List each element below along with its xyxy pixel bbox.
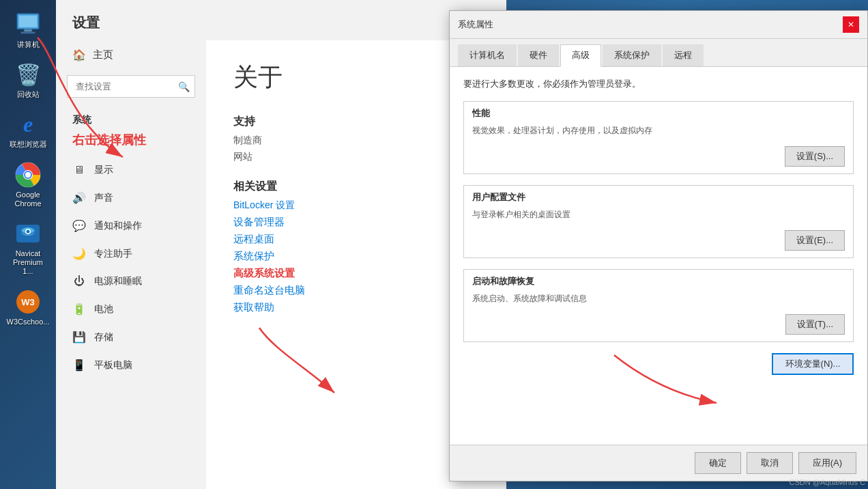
user-profiles-content: 与登录帐户相关的桌面设置: [464, 206, 853, 226]
user-profiles-section: 用户配置文件 与登录帐户相关的桌面设置 设置(E)...: [463, 185, 854, 258]
related-title: 相关设置: [233, 180, 479, 194]
tab-advanced[interactable]: 高级: [560, 44, 601, 67]
manufacturer-item: 制造商: [233, 135, 479, 147]
user-profiles-btn-area: 设置(E)...: [464, 226, 853, 257]
nav-item-storage-label: 存储: [94, 331, 113, 344]
nav-item-notification-label: 通知和操作: [94, 220, 142, 232]
nav-item-battery-label: 电池: [94, 303, 113, 316]
system-protection-link[interactable]: 系统保护: [233, 250, 479, 263]
nav-item-sound[interactable]: 🔊 声音: [56, 184, 206, 212]
focus-icon: 🌙: [72, 247, 86, 260]
remote-desktop-link[interactable]: 远程桌面: [233, 233, 479, 246]
browser-icon-label: 联想浏览器: [10, 140, 47, 149]
nav-item-display[interactable]: 🖥 显示: [56, 156, 206, 184]
desktop-icon-browser[interactable]: e 联想浏览器: [4, 107, 52, 153]
nav-item-tablet[interactable]: 📱 平板电脑: [56, 351, 206, 379]
browser-icon: e: [14, 111, 42, 138]
search-input[interactable]: [67, 75, 195, 98]
desktop-icon-computer[interactable]: 讲算机: [4, 7, 52, 53]
desktop-icon-w3cschool[interactable]: W3 W3Cschoo...: [4, 284, 52, 331]
nav-item-focus-label: 专注助手: [94, 248, 132, 260]
nav-item-sound-label: 声音: [94, 192, 113, 204]
notification-icon: 💬: [72, 219, 86, 232]
startup-recovery-title: 启动和故障恢复: [464, 270, 853, 290]
recycle-icon: 🗑️: [14, 61, 42, 88]
performance-settings-button[interactable]: 设置(S)...: [785, 146, 845, 167]
tab-computer-name[interactable]: 计算机名: [458, 44, 517, 66]
nav-home-button[interactable]: 🏠 主页: [56, 40, 206, 70]
dialog-title: 系统属性: [458, 18, 493, 31]
startup-recovery-settings-button[interactable]: 设置(T)...: [785, 314, 845, 335]
related-section: 相关设置 BitLocker 设置 设备管理器 远程桌面 系统保护 高级系统设置…: [233, 180, 479, 314]
dialog-tabs: 计算机名 硬件 高级 系统保护 远程: [450, 39, 867, 67]
advanced-system-link[interactable]: 高级系统设置: [233, 267, 479, 280]
dialog-footer: 确定 取消 应用(A): [450, 445, 867, 481]
system-properties-dialog: 系统属性 ✕ 计算机名 硬件 高级 系统保护 远程 要进行大多数更改，你必须作为…: [449, 10, 868, 481]
more-help-link[interactable]: 获取帮助: [233, 301, 479, 314]
nav-item-storage[interactable]: 💾 存储: [56, 323, 206, 351]
w3c-icon: W3: [14, 288, 42, 316]
svg-text:W3: W3: [21, 297, 35, 307]
dialog-ok-button[interactable]: 确定: [695, 452, 741, 474]
tab-hardware[interactable]: 硬件: [518, 44, 559, 66]
recycle-icon-label: 回收站: [17, 90, 40, 99]
svg-rect-3: [21, 31, 35, 33]
desktop-icon-recycle[interactable]: 🗑️ 回收站: [4, 57, 52, 103]
nav-item-power-label: 电源和睡眠: [94, 275, 142, 288]
performance-title: 性能: [464, 102, 853, 122]
settings-body: 🏠 主页 🔍 系统 右击选择属性 🖥 显示 🔊 声音: [56, 40, 506, 489]
svg-rect-2: [24, 29, 31, 32]
startup-recovery-btn-area: 设置(T)...: [464, 310, 853, 341]
settings-title: 设置: [56, 0, 506, 40]
nav-item-battery[interactable]: 🔋 电池: [56, 295, 206, 323]
desktop: 讲算机 🗑️ 回收站 e 联想浏览器: [0, 0, 868, 489]
computer-icon: [14, 11, 42, 38]
bitlocker-link[interactable]: BitLocker 设置: [233, 199, 479, 212]
env-variables-button[interactable]: 环境变量(N)...: [772, 353, 854, 375]
storage-icon: 💾: [72, 331, 86, 344]
dialog-body: 要进行大多数更改，你必须作为管理员登录。 性能 视觉效果，处理器计划，内存使用，…: [450, 67, 867, 445]
chrome-icon: [14, 161, 42, 188]
desktop-taskbar: 讲算机 🗑️ 回收站 e 联想浏览器: [0, 0, 56, 489]
tab-remote[interactable]: 远程: [663, 44, 704, 66]
performance-btn-area: 设置(S)...: [464, 142, 853, 173]
search-icon: 🔍: [178, 81, 190, 92]
dialog-apply-button[interactable]: 应用(A): [798, 452, 856, 474]
desktop-icon-chrome[interactable]: Google Chrome: [4, 157, 52, 212]
nav-item-power[interactable]: ⏻ 电源和睡眠: [56, 268, 206, 295]
svg-point-7: [25, 172, 31, 178]
nav-section-system: 系统: [56, 103, 206, 129]
tab-system-protection[interactable]: 系统保护: [603, 44, 661, 66]
dialog-close-button[interactable]: ✕: [843, 16, 859, 33]
svg-rect-1: [19, 16, 38, 27]
nav-item-display-label: 显示: [94, 164, 113, 176]
performance-section: 性能 视觉效果，处理器计划，内存使用，以及虚拟内存 设置(S)...: [463, 101, 854, 174]
svg-point-11: [27, 229, 30, 233]
nav-item-notification[interactable]: 💬 通知和操作: [56, 212, 206, 240]
tablet-icon: 📱: [72, 359, 86, 372]
navicat-icon: [14, 220, 42, 247]
display-icon: 🖥: [72, 164, 86, 176]
battery-icon: 🔋: [72, 303, 86, 316]
website-item: 网站: [233, 151, 479, 163]
desktop-icon-navicat[interactable]: Navicat Premium 1...: [4, 216, 52, 281]
startup-recovery-section: 启动和故障恢复 系统启动、系统故障和调试信息 设置(T)...: [463, 269, 854, 342]
settings-window: 设置 🏠 主页 🔍 系统 右击选择属性 🖥 显示: [56, 0, 506, 489]
content-title: 关于: [233, 61, 479, 94]
startup-recovery-content: 系统启动、系统故障和调试信息: [464, 290, 853, 310]
support-title: 支持: [233, 115, 479, 129]
support-section: 支持 制造商 网站: [233, 115, 479, 163]
dialog-cancel-button[interactable]: 取消: [747, 452, 793, 474]
nav-item-focus[interactable]: 🌙 专注助手: [56, 240, 206, 268]
user-profiles-settings-button[interactable]: 设置(E)...: [785, 230, 845, 251]
sound-icon: 🔊: [72, 191, 86, 204]
rename-pc-link[interactable]: 重命名这台电脑: [233, 284, 479, 297]
dialog-info-text: 要进行大多数更改，你必须作为管理员登录。: [463, 78, 854, 90]
nav-home-label: 主页: [93, 48, 113, 61]
home-icon: 🏠: [72, 48, 86, 61]
device-manager-link[interactable]: 设备管理器: [233, 216, 479, 229]
power-icon: ⏻: [72, 275, 86, 288]
dialog-titlebar: 系统属性 ✕: [450, 11, 867, 39]
search-box: 🔍: [67, 75, 195, 98]
settings-nav: 🏠 主页 🔍 系统 右击选择属性 🖥 显示 🔊 声音: [56, 40, 206, 489]
